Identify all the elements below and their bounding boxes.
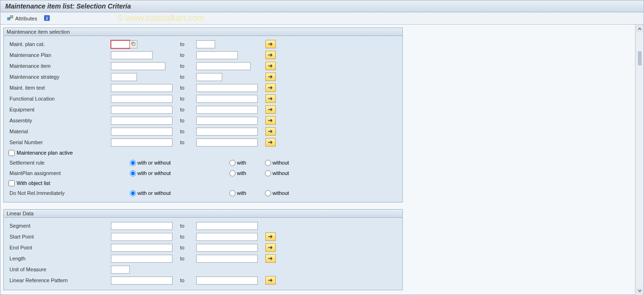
lrp-to-input[interactable] [196,277,258,285]
item-text-to-input[interactable] [196,84,258,92]
serial-from-input[interactable] [111,138,172,147]
assembly-multi-button[interactable] [265,116,276,125]
label-do-not-rel: Do Not Rel.Immediately [8,190,111,196]
radio-label: without [272,160,289,166]
uom-input[interactable] [111,266,130,274]
length-to-input[interactable] [196,255,258,263]
item-multi-button[interactable] [265,62,276,70]
radio-label: with [237,170,246,176]
plan-cat-to-input[interactable] [196,40,215,48]
serial-to-input[interactable] [196,138,258,147]
dnr-with-radio[interactable] [229,190,236,196]
label-maintplan-assign: MaintPlan assignment [8,170,111,176]
settlement-without-radio[interactable] [265,160,271,166]
equipment-from-input[interactable] [111,106,172,114]
row-strategy: Maintenance strategy to [8,72,399,82]
plan-cat-multi-button[interactable] [265,40,276,48]
plan-multi-button[interactable] [265,51,276,59]
arrow-right-icon [268,42,273,46]
mpassign-with-or-without-radio[interactable] [130,170,136,176]
item-text-from-input[interactable] [111,84,172,92]
plan-cat-from-input[interactable] [111,40,130,48]
info-button[interactable]: i [42,14,52,23]
plan-active-checkbox[interactable] [9,150,15,156]
scroll-track[interactable] [636,32,643,287]
length-from-input[interactable] [111,255,172,263]
settlement-with-or-without-radio[interactable] [130,160,136,166]
radio-label: with or without [137,160,171,166]
end-point-to-input[interactable] [196,244,258,252]
scroll-down-button[interactable] [636,287,643,294]
radio-label: with or without [137,170,171,176]
scroll-up-button[interactable] [636,26,643,32]
mpassign-with-radio[interactable] [229,170,236,176]
end-point-multi-button[interactable] [265,243,276,252]
start-point-multi-button[interactable] [265,232,276,241]
row-length: Length to [8,253,399,264]
lrp-from-input[interactable] [111,277,172,285]
segment-from-input[interactable] [111,222,172,230]
serial-multi-button[interactable] [265,138,276,147]
equipment-to-input[interactable] [196,106,258,114]
arrow-right-icon [268,140,273,145]
dnr-without-radio[interactable] [265,190,271,196]
group-linear-data: Linear Data Segment to Start Point to [3,209,403,290]
plan-cat-f4-button[interactable] [130,40,137,48]
length-multi-button[interactable] [265,254,276,263]
radio-label: without [272,170,289,176]
material-to-input[interactable] [196,128,258,136]
row-item-text: Maint. item text to [8,83,399,93]
start-point-from-input[interactable] [111,233,172,241]
settlement-with-radio[interactable] [229,160,236,166]
vertical-scrollbar[interactable] [635,25,644,295]
dnr-with-or-without-radio[interactable] [130,190,136,196]
material-from-input[interactable] [111,128,172,136]
lrp-multi-button[interactable] [265,276,276,285]
attributes-label: Attributes [15,16,37,21]
arrow-right-icon [268,245,273,250]
scroll-region: Maintenance item selection Maint. plan c… [0,25,635,295]
scroll-grip[interactable] [638,51,642,65]
strategy-from-input[interactable] [111,73,137,81]
chevron-down-icon [637,288,642,293]
material-multi-button[interactable] [265,127,276,136]
label-material: Material [8,129,111,134]
item-from-input[interactable] [111,62,165,70]
to-label: to [177,256,196,261]
end-point-from-input[interactable] [111,244,172,252]
funcloc-from-input[interactable] [111,95,172,103]
row-do-not-rel: Do Not Rel.Immediately with or without w… [8,188,399,198]
plan-from-input[interactable] [111,51,153,59]
funcloc-to-input[interactable] [196,95,258,103]
start-point-to-input[interactable] [196,233,258,241]
label-equipment: Equipment [8,107,111,112]
to-label: to [177,234,196,240]
to-label: to [177,52,196,58]
item-to-input[interactable] [196,62,251,70]
strategy-to-input[interactable] [196,73,222,81]
arrow-right-icon [268,74,273,79]
mpassign-without-radio[interactable] [265,170,271,176]
label-uom: Unit of Measure [8,267,111,272]
label-assembly: Assembly [8,118,111,123]
funcloc-multi-button[interactable] [265,94,276,103]
label-start-point: Start Point [8,234,111,240]
segment-to-input[interactable] [196,222,258,230]
svg-rect-0 [8,18,10,20]
assembly-to-input[interactable] [196,117,258,125]
label-maintenance-plan: Maintenance Plan [8,52,111,58]
attributes-icon [7,15,14,22]
arrow-right-icon [268,118,273,123]
to-label: to [177,223,196,229]
item-text-multi-button[interactable] [265,83,276,92]
row-with-object-list: With object list [8,178,399,188]
plan-to-input[interactable] [196,51,238,59]
attributes-button[interactable]: Attributes [5,14,39,23]
row-settlement-rule: Settlement rule with or without with wit… [8,157,399,168]
label-serial: Serial Number [8,139,111,145]
strategy-multi-button[interactable] [265,73,276,81]
with-object-list-checkbox[interactable] [9,180,15,186]
equipment-multi-button[interactable] [265,105,276,114]
label-end-point: End Point [8,245,111,250]
assembly-from-input[interactable] [111,117,172,125]
